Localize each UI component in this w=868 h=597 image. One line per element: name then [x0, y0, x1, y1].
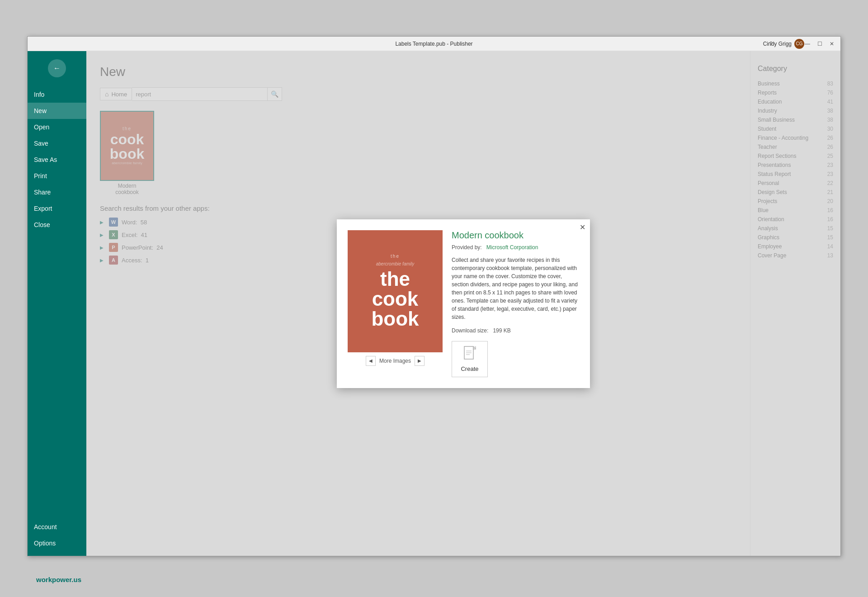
- provided-by-label: Provided by:: [452, 244, 482, 251]
- sidebar-item-print[interactable]: Print: [28, 168, 86, 184]
- title-bar: Labels Template.pub - Publisher Cindy Gr…: [28, 37, 840, 51]
- user-name: Cindy Grigg: [763, 41, 792, 47]
- content-area: New ⌂ Home 🔍 the cookbook: [86, 51, 840, 556]
- help-icon[interactable]: ?: [769, 40, 773, 47]
- sidebar-item-export[interactable]: Export: [28, 200, 86, 217]
- window-title: Labels Template.pub - Publisher: [395, 41, 472, 47]
- modal-download-size: Download size: 199 KB: [452, 327, 579, 334]
- template-detail-modal: ✕ the abercrombie family thecookbook ◀: [337, 219, 590, 388]
- site-watermark: workpower.us: [36, 576, 81, 583]
- sidebar-item-account[interactable]: Account: [28, 519, 86, 535]
- modal-overlay: ✕ the abercrombie family thecookbook ◀: [86, 51, 840, 556]
- sidebar-item-new[interactable]: New: [28, 103, 86, 119]
- sidebar-item-options[interactable]: Options: [28, 535, 86, 551]
- minimize-button[interactable]: —: [802, 40, 813, 48]
- create-icon: [463, 346, 476, 363]
- modal-image-big: thecookbook: [371, 269, 419, 329]
- window-controls: — ☐ ✕: [802, 40, 837, 48]
- prev-image-button[interactable]: ◀: [366, 356, 376, 366]
- modal-image-top: the: [391, 254, 400, 259]
- sidebar-item-share[interactable]: Share: [28, 184, 86, 200]
- provided-by-link[interactable]: Microsoft Corporation: [486, 244, 538, 251]
- sidebar-item-save[interactable]: Save: [28, 135, 86, 152]
- modal-description: Collect and share your favorite recipes …: [452, 256, 579, 321]
- modal-image-nav: ◀ More Images ▶: [348, 356, 443, 366]
- create-label: Create: [461, 365, 478, 372]
- maximize-button[interactable]: ☐: [815, 40, 825, 48]
- download-label: Download size:: [452, 327, 488, 334]
- sidebar-item-info[interactable]: Info: [28, 86, 86, 103]
- sidebar-bottom: Account Options: [28, 519, 86, 556]
- modal-content: the abercrombie family thecookbook ◀ Mor…: [348, 230, 579, 377]
- main-layout: ← Info New Open Save Save As Print Share: [28, 51, 840, 556]
- sidebar-item-save-as[interactable]: Save As: [28, 152, 86, 168]
- application-window: Labels Template.pub - Publisher Cindy Gr…: [27, 36, 841, 556]
- modal-main-image: the abercrombie family thecookbook: [348, 230, 443, 352]
- back-button[interactable]: ←: [48, 59, 66, 77]
- modal-title: Modern cookbook: [452, 230, 579, 241]
- sidebar-item-open[interactable]: Open: [28, 119, 86, 135]
- modal-image-family: abercrombie family: [376, 261, 414, 266]
- sidebar: ← Info New Open Save Save As Print Share: [28, 51, 86, 556]
- close-button[interactable]: ✕: [827, 40, 837, 48]
- create-button[interactable]: Create: [452, 341, 488, 377]
- modal-info-section: Modern cookbook Provided by: Microsoft C…: [452, 230, 579, 377]
- next-image-button[interactable]: ▶: [415, 356, 425, 366]
- modal-close-button[interactable]: ✕: [580, 223, 585, 232]
- modal-image-section: the abercrombie family thecookbook ◀ Mor…: [348, 230, 443, 377]
- sidebar-item-close[interactable]: Close: [28, 217, 86, 233]
- download-size-value: 199 KB: [493, 327, 510, 334]
- more-images-label: More Images: [379, 358, 411, 364]
- modal-provided-by: Provided by: Microsoft Corporation: [452, 244, 579, 251]
